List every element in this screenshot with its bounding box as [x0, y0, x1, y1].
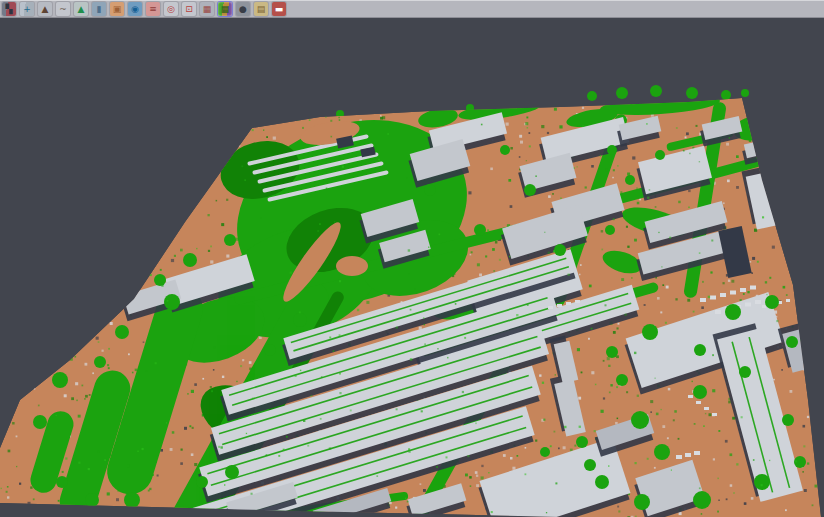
flag-icon-glyph: ▬: [275, 5, 284, 14]
scene-svg: [0, 18, 824, 517]
orthophoto-icon-glyph: ▣: [113, 5, 122, 14]
table-icon[interactable]: ▤: [254, 2, 268, 16]
table-icon-glyph: ▤: [257, 5, 266, 14]
profile-icon[interactable]: ~: [56, 2, 70, 16]
classification-icon[interactable]: ▦: [218, 2, 232, 16]
terrain-icon[interactable]: ▲: [74, 2, 88, 16]
toolbar: ▚+▲~▲▮▣◉≡◎⊡▦▦●▤▬: [0, 0, 824, 18]
zoom-extent-icon-glyph: ⊡: [185, 5, 193, 14]
orthophoto-icon[interactable]: ▣: [110, 2, 124, 16]
panel-icon-glyph: ▮: [97, 5, 102, 14]
pan-icon[interactable]: +: [20, 2, 34, 16]
flag-icon[interactable]: ▬: [272, 2, 286, 16]
mountain-icon-glyph: ▲: [42, 5, 49, 14]
sphere-icon[interactable]: ●: [236, 2, 250, 16]
classification-icon-glyph: ▦: [221, 5, 230, 14]
panel-icon[interactable]: ▮: [92, 2, 106, 16]
clip-grid-icon[interactable]: ▦: [200, 2, 214, 16]
target-icon-glyph: ◎: [167, 5, 175, 14]
layers-icon-glyph: ≡: [149, 5, 157, 14]
select-icon[interactable]: ▚: [2, 2, 16, 16]
pan-icon-glyph: +: [23, 5, 31, 14]
select-icon-glyph: ▚: [6, 5, 13, 14]
globe-icon-glyph: ◉: [131, 5, 139, 14]
clip-grid-icon-glyph: ▦: [203, 5, 212, 14]
viewport-3d[interactable]: [0, 18, 824, 517]
zoom-extent-icon[interactable]: ⊡: [182, 2, 196, 16]
sphere-icon-glyph: ●: [239, 5, 247, 14]
mountain-icon[interactable]: ▲: [38, 2, 52, 16]
app-window: { "app": { "background": "#42454e" }, "t…: [0, 0, 824, 517]
terrain-icon-glyph: ▲: [78, 5, 85, 14]
layers-icon[interactable]: ≡: [146, 2, 160, 16]
globe-icon[interactable]: ◉: [128, 2, 142, 16]
profile-icon-glyph: ~: [59, 5, 67, 14]
target-icon[interactable]: ◎: [164, 2, 178, 16]
